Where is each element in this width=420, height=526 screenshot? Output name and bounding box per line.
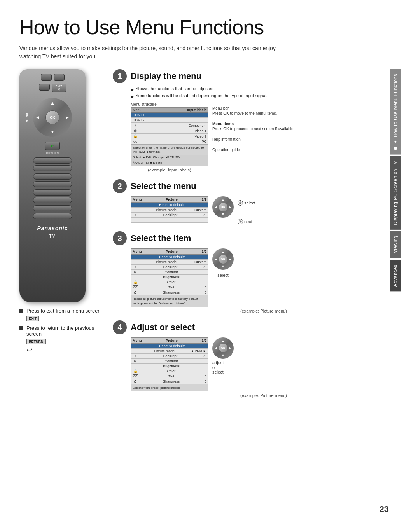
step3-icon-5	[133, 275, 138, 279]
step2-icon-4	[133, 218, 138, 222]
sidebar-tab-displaying-pc[interactable]: Displaying PC Screen on TV	[390, 156, 401, 230]
remote-wide-btn-1[interactable]	[33, 157, 72, 164]
step4-row-backlight: ♪ Backlight 20	[131, 354, 208, 359]
remote-btn-3[interactable]	[39, 84, 50, 91]
return-button-remote[interactable]: ↩	[45, 142, 60, 150]
ok-up-3: ▲	[221, 250, 225, 254]
circle-2: ②	[238, 219, 243, 224]
step3-val-brightness: 0	[205, 275, 206, 279]
step4-menu-page: 1/2	[201, 339, 206, 343]
return-label-remote: RETURN	[46, 152, 59, 155]
step4-val-brightness: 0	[205, 364, 206, 368]
step-4-menu-header: Menu Picture 1/2	[131, 338, 208, 344]
menu-items-desc: Press OK to proceed to next screen if av…	[212, 127, 294, 131]
step-3-content: Menu Picture 1/2 Reset to defaults	[131, 248, 397, 313]
dpad[interactable]: MENU ▲ ▼ ◄ ► OK	[33, 98, 72, 137]
btn-group-4	[33, 205, 72, 219]
remote-wide-btn-2[interactable]	[33, 165, 72, 171]
step2-menu-right: Picture	[166, 197, 178, 201]
input-row-hdmi1: HDMI 1	[131, 113, 208, 118]
center-col: 1 Display the menu ● Shows the functions…	[105, 69, 401, 405]
exit-bullet	[19, 309, 23, 313]
step4-icon-2	[133, 349, 138, 353]
step3-icon-8: ✿	[133, 290, 138, 294]
step3-menu-right: Picture	[166, 250, 178, 253]
ok-center-2[interactable]: OK	[219, 203, 228, 211]
return-key: RETURN	[26, 339, 46, 344]
footer-change: Change	[153, 156, 164, 159]
ok-btn-4: ▲ ▼ ◄ ► OK	[212, 337, 234, 359]
step2-label-backlight: Backlight	[163, 213, 178, 217]
ok-left-4: ◄	[214, 346, 217, 350]
dpad-ok-center[interactable]: OK	[46, 110, 60, 124]
step-1-header: 1 Display the menu	[113, 69, 397, 83]
sidebar-tab-label-4: Advanced	[393, 264, 398, 287]
video2-label: Video 2	[195, 135, 206, 138]
remote-wide-btn-3[interactable]	[33, 173, 72, 180]
step4-icon-1	[133, 344, 138, 348]
input-menu-header-left: Menu	[133, 108, 142, 112]
dpad-up-arrow: ▲	[50, 100, 55, 106]
footer-edit: ▶ Edit	[143, 156, 151, 159]
input-menu-footer: Select ▶ Edit Change ●RETURN	[131, 155, 208, 160]
step-2-ok-illus: ▲ ▼ ◄ ► OK	[212, 196, 234, 218]
input-row-pc: CC PC	[131, 139, 208, 144]
left-col: EXIT ✕ MENU ▲ ▼ ◄ ► OK	[19, 69, 105, 405]
brand-model: TV	[49, 234, 56, 238]
ok-ring-2: ▲ ▼ ◄ ► OK	[212, 196, 234, 218]
ok-center-3[interactable]: OK	[219, 255, 228, 264]
step3-icon-6: 🔒	[133, 280, 138, 284]
return-description: Press to return to the previous screen R…	[26, 325, 105, 354]
step-1-menu-block: Menu structure Menu Input labels HDMI 1	[131, 102, 208, 172]
sidebar-tab-viewing[interactable]: Viewing	[390, 231, 401, 258]
page-container: How to Use Menu Functions Various menus …	[0, 0, 420, 526]
ok-left-2: ◄	[214, 205, 217, 209]
ok-center-4[interactable]: OK	[219, 344, 228, 352]
step-2-menu-header: Menu Picture 1/2	[131, 197, 208, 203]
step3-val-color: 0	[205, 280, 206, 284]
sidebar-tab-label-2: Displaying PC Screen on TV	[393, 161, 398, 225]
step-1-section: 1 Display the menu ● Shows the functions…	[113, 69, 397, 172]
remote-wide-btn-6[interactable]	[33, 197, 72, 203]
dpad-left-arrow: ◄	[35, 115, 40, 120]
step4-icon-5	[133, 364, 138, 368]
step2-annot-label-1: select	[244, 201, 256, 205]
sidebar-tab-advanced[interactable]: Advanced	[390, 260, 401, 291]
step-4-title: Adjust or select	[131, 322, 195, 332]
sidebar-tab-label-3: Viewing	[393, 236, 398, 253]
bullet-2: ●	[131, 94, 134, 99]
step-4-caption: (example: Picture menu)	[131, 393, 397, 398]
step-1-caption: (example: Input labels)	[131, 168, 208, 172]
step4-row-sharpness: ✿ Sharpness 0	[131, 379, 208, 384]
remote-wide-btn-8[interactable]	[33, 213, 72, 219]
return-icon: ↩	[51, 143, 54, 149]
btn-group-3	[33, 189, 72, 203]
ok-right-3: ►	[229, 257, 232, 261]
step3-row-picturemode: Picture mode Custom	[131, 260, 208, 265]
step2-row-picturemode: Picture mode Custom	[131, 208, 208, 213]
remote-btn-1[interactable]	[41, 74, 52, 81]
video1-icon: ⊕	[133, 129, 138, 133]
menu-bar-label: Menu bar	[212, 106, 229, 110]
step3-val-tint: 0	[205, 285, 206, 289]
remote-wide-btn-7[interactable]	[33, 205, 72, 211]
sidebar-tab-how-to-use[interactable]: ● How to Use Menu Functions	[390, 69, 401, 155]
step2-val-backlight: 20	[203, 213, 206, 217]
exit-description: Press to exit from a menu screen EXIT	[26, 308, 101, 321]
step2-label-reset: Reset to defaults	[159, 203, 186, 207]
remote-wide-btn-4[interactable]	[33, 181, 72, 187]
menu-label: MENU	[26, 113, 28, 122]
step-1-three-col: Menu structure Menu Input labels HDMI 1	[131, 102, 397, 172]
step4-icon-7: CC	[133, 374, 138, 378]
exit-button-remote[interactable]: EXIT ✕	[52, 84, 66, 92]
main-layout: EXIT ✕ MENU ▲ ▼ ◄ ► OK	[19, 69, 401, 405]
page-title: How to Use Menu Functions	[19, 16, 401, 39]
remote-btn-2[interactable]	[54, 74, 65, 81]
step-3-ok-illus: ▲ ▼ ◄ ► OK select	[212, 248, 234, 278]
step-3-number: 3	[113, 231, 127, 245]
step-2-header: 2 Select the menu	[113, 179, 397, 193]
remote-wide-btn-5[interactable]	[33, 189, 72, 196]
step-3-three-col: Menu Picture 1/2 Reset to defaults	[131, 248, 397, 307]
step-3-header: 3 Select the item	[113, 231, 397, 245]
bullet-1: ●	[131, 87, 134, 92]
